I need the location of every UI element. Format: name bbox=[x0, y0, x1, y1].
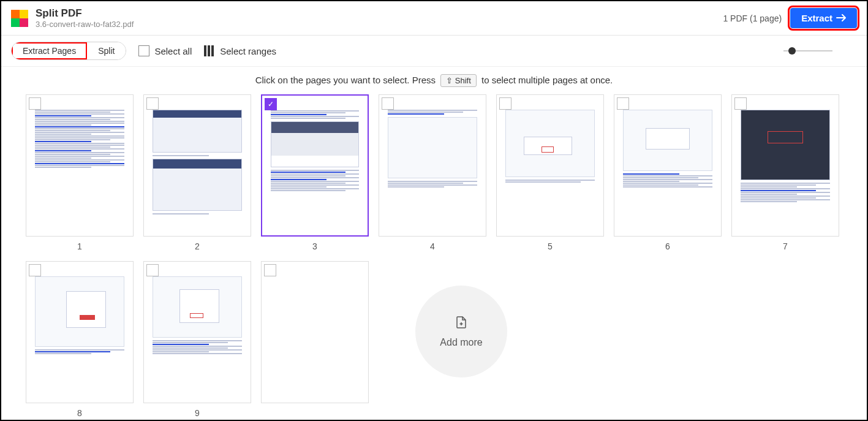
page-thumbnail-3[interactable]: ✓ bbox=[261, 94, 369, 237]
tab-extract-pages[interactable]: Extract Pages bbox=[12, 42, 87, 59]
app-logo bbox=[11, 10, 28, 27]
page-number-7: 7 bbox=[783, 241, 788, 251]
page-checkbox-8[interactable] bbox=[29, 264, 41, 276]
page-checkbox-blank[interactable] bbox=[264, 264, 276, 276]
select-all-label: Select all bbox=[154, 46, 192, 56]
page-number-4: 4 bbox=[430, 241, 435, 251]
ranges-icon bbox=[204, 45, 215, 56]
shift-key-hint: ⇧ Shift bbox=[440, 74, 477, 87]
page-checkbox-7[interactable] bbox=[734, 97, 747, 110]
page-number-9: 9 bbox=[195, 408, 200, 418]
page-thumbnail-5[interactable] bbox=[496, 94, 604, 237]
page-number-2: 2 bbox=[195, 241, 200, 251]
add-file-icon bbox=[454, 315, 469, 330]
zoom-slider[interactable] bbox=[289, 50, 857, 51]
page-thumbnail-8[interactable] bbox=[26, 261, 134, 403]
select-all-checkbox[interactable] bbox=[138, 45, 149, 56]
tab-split[interactable]: Split bbox=[87, 42, 126, 59]
page-checkbox-3[interactable]: ✓ bbox=[265, 98, 277, 110]
add-more-button[interactable]: Add more bbox=[415, 286, 507, 377]
add-more-label: Add more bbox=[440, 337, 482, 348]
page-thumbnail-1[interactable] bbox=[26, 94, 134, 237]
arrow-right-icon bbox=[836, 13, 846, 23]
page-number-5: 5 bbox=[548, 241, 553, 251]
extract-button[interactable]: Extract bbox=[790, 8, 857, 28]
page-checkbox-4[interactable] bbox=[382, 97, 394, 110]
hint-text: Click on the pages you want to select. P… bbox=[1, 67, 867, 94]
status-text: 1 PDF (1 page) bbox=[723, 13, 782, 23]
page-title: Split PDF bbox=[36, 7, 134, 20]
page-checkbox-2[interactable] bbox=[146, 97, 159, 110]
page-number-3: 3 bbox=[312, 241, 317, 251]
filename-label: 3.6-convert-raw-to-fat32.pdf bbox=[36, 20, 134, 29]
page-checkbox-1[interactable] bbox=[29, 97, 41, 110]
page-thumbnail-7[interactable] bbox=[731, 94, 839, 237]
select-ranges-label: Select ranges bbox=[220, 46, 276, 56]
page-thumbnail-blank[interactable] bbox=[261, 261, 369, 403]
page-checkbox-5[interactable] bbox=[499, 97, 511, 110]
page-number-1: 1 bbox=[77, 241, 82, 251]
extract-button-label: Extract bbox=[801, 13, 832, 23]
page-number-6: 6 bbox=[665, 241, 670, 251]
page-thumbnail-2[interactable] bbox=[143, 94, 251, 237]
page-thumbnail-6[interactable] bbox=[614, 94, 722, 237]
page-checkbox-9[interactable] bbox=[146, 264, 159, 276]
page-thumbnail-4[interactable] bbox=[379, 94, 486, 237]
page-number-8: 8 bbox=[77, 408, 82, 418]
mode-toggle: Extract Pages Split bbox=[11, 42, 126, 60]
select-ranges-button[interactable]: Select ranges bbox=[204, 45, 276, 56]
page-thumbnail-9[interactable] bbox=[143, 261, 251, 403]
page-checkbox-6[interactable] bbox=[617, 97, 629, 110]
